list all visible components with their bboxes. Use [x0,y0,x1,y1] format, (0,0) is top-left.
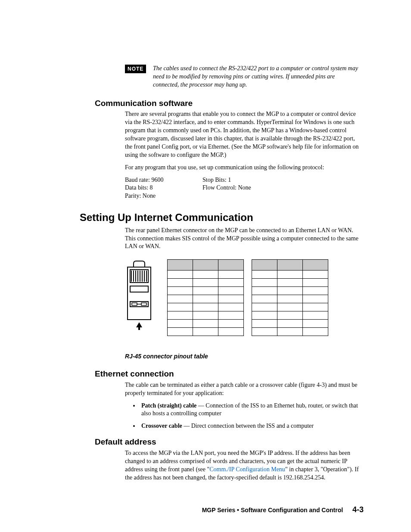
figure-rj45 [125,259,364,336]
svg-rect-13 [141,303,146,305]
note-text: The cables used to connect the RS-232/42… [153,65,364,89]
footer-chapter: MGP Series • Software Configuration and … [202,507,343,513]
arrow-up-icon [136,322,142,330]
bullet-crossover-cable-rest: — Direct connection between the ISS and … [182,423,314,429]
paragraph-ethernet-1: The cable can be terminated as either a … [125,381,364,398]
pinout-table-left [167,259,244,336]
protocol-parity: Parity: None [125,192,202,200]
bullet-crossover-cable-term: Crossover cable [141,423,182,429]
note-badge: NOTE [125,65,146,73]
protocol-data-bits: Data bits: 8 [125,184,202,192]
rj45-connector-icon [125,259,159,330]
protocol-stop-bits: Stop Bits: 1 [202,176,280,184]
bullet-crossover-cable: Crossover cable — Direct connection betw… [140,422,364,430]
svg-rect-12 [132,303,137,305]
heading-communication-software: Communication software [95,98,364,109]
link-comm-ip-config-menu[interactable]: Comm./IP Configuration Menu [209,466,285,473]
paragraph-comm-software-2: For any program that you use, set up com… [125,164,364,172]
protocol-flow-control: Flow Control: None [202,184,280,192]
heading-ethernet-connection: Ethernet connection [95,368,364,380]
heading-default-address: Default address [95,436,364,448]
pinout-table-right [252,259,328,336]
note-block: NOTE The cables used to connect the RS-2… [125,65,364,89]
svg-rect-1 [130,270,148,283]
svg-rect-16 [138,327,140,330]
page-footer: MGP Series • Software Configuration and … [202,504,364,515]
paragraph-internet-1: The rear panel Ethernet connector on the… [125,227,364,251]
bullet-patch-cable: Patch (straight) cable — Connection of t… [140,402,364,418]
paragraph-default-address: To access the MGP via the LAN port, you … [125,449,364,482]
svg-rect-10 [130,286,148,292]
figure-caption: RJ-45 connector pinout table [125,352,364,361]
bullet-patch-cable-term: Patch (straight) cable [141,402,196,409]
protocol-settings: Baud rate: 9600 Data bits: 8 Parity: Non… [125,176,364,201]
protocol-baud-rate: Baud rate: 9600 [125,176,202,184]
pinout-tables [167,259,328,336]
footer-page-number: 4-3 [352,505,364,514]
note-left: NOTE [125,65,153,89]
paragraph-comm-software-1: There are several programs that enable y… [125,110,364,159]
heading-setting-up-internet: Setting Up Internet Communication [80,211,364,224]
